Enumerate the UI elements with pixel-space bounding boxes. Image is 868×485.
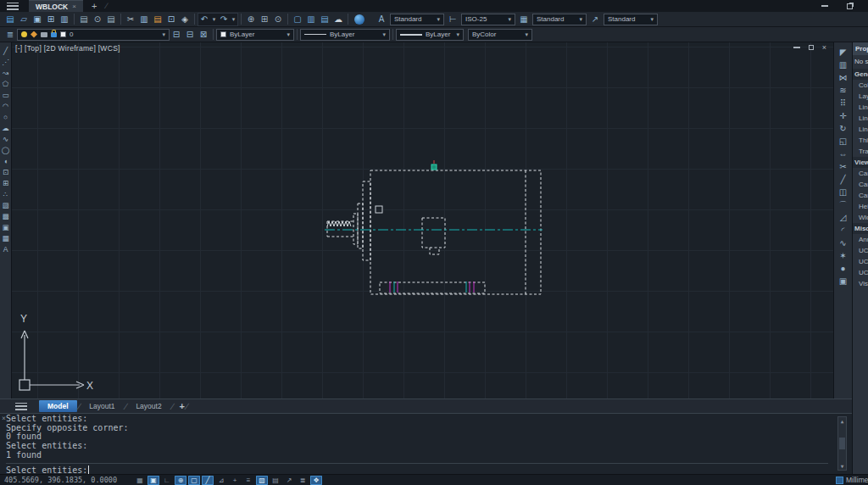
dynamic-ucs-toggle[interactable]: ⊿ <box>215 476 227 485</box>
text-style-select[interactable]: Standard▾ <box>390 14 444 25</box>
layer-on-bulb-icon[interactable] <box>21 31 27 37</box>
line-tool-icon[interactable]: ╱ <box>0 45 11 56</box>
ellipse-tool-icon[interactable]: ◯ <box>0 144 11 155</box>
app-menu-icon[interactable] <box>7 3 19 10</box>
property-row[interactable]: Visual style <box>853 278 868 289</box>
properties-section-view[interactable]: View <box>853 157 868 168</box>
hatch-edit-tool-icon[interactable]: ● <box>837 262 850 275</box>
lineweight-display-toggle[interactable]: ≡ <box>242 476 254 485</box>
paste-icon[interactable]: ▤ <box>151 13 164 26</box>
dim-style-select[interactable]: ISO-25▾ <box>461 14 515 25</box>
chevron-down-icon[interactable]: ▾ <box>508 16 511 23</box>
polar-tracking-toggle[interactable]: ⊕ <box>175 476 186 485</box>
offset-tool-icon[interactable]: ≋ <box>837 84 850 97</box>
property-row[interactable]: UCS icon On <box>853 245 868 256</box>
purge-icon[interactable]: ◈ <box>178 13 192 26</box>
transparency-toggle[interactable]: ▧ <box>256 476 268 485</box>
plot-style-control-select[interactable]: ByColor ▾ <box>468 29 532 41</box>
object-snap-toggle[interactable]: ▢ <box>188 476 200 485</box>
arc-tool-icon[interactable]: ◠ <box>0 100 11 111</box>
chevron-down-icon[interactable]: ▾ <box>287 31 290 38</box>
mleader-style-select[interactable]: Standard▾ <box>604 14 658 25</box>
switch-window-tool-icon[interactable]: ▣ <box>837 275 850 287</box>
make-block-tool-icon[interactable]: ⊞ <box>0 177 11 188</box>
command-prompt[interactable]: Select entities: <box>6 463 828 475</box>
table-tool-icon[interactable]: ▦ <box>0 232 11 243</box>
property-row[interactable]: Height <box>853 201 868 212</box>
zoom-window-icon[interactable]: ⊞ <box>258 13 271 26</box>
window-minimize-icon[interactable] <box>821 5 828 7</box>
layout-menu-icon[interactable] <box>15 403 27 410</box>
render-icon[interactable] <box>354 14 364 25</box>
chevron-down-icon[interactable]: ▾ <box>162 31 165 38</box>
object-snap-tracking-toggle[interactable]: ╱ <box>202 476 214 485</box>
multiline-text-tool-icon[interactable]: A <box>0 243 11 254</box>
publish-icon[interactable]: ▤ <box>104 13 118 26</box>
layer-select[interactable]: 0 ▾ <box>17 29 170 41</box>
new-tab-button[interactable]: + <box>92 2 97 10</box>
property-row[interactable]: Camera X <box>853 168 868 179</box>
chevron-down-icon[interactable]: ▾ <box>525 31 528 38</box>
move-tool-icon[interactable]: ✛ <box>837 109 850 122</box>
units-indicator[interactable]: Millimeter <box>836 476 868 484</box>
command-scrollbar[interactable]: ▲ ▼ <box>837 416 847 471</box>
scroll-down-icon[interactable]: ▼ <box>841 463 844 469</box>
grip-point[interactable] <box>431 164 437 170</box>
construction-line-tool-icon[interactable]: ⋰ <box>0 56 11 67</box>
mirror-tool-icon[interactable]: ⋈ <box>837 71 850 84</box>
viewport-single-icon[interactable]: ▢ <box>291 13 304 26</box>
property-row[interactable]: Annotation scale <box>853 234 868 245</box>
lineweight-control-select[interactable]: ByLayer ▾ <box>396 29 464 41</box>
annotation-scale-toggle[interactable]: ≣ <box>297 476 309 485</box>
zoom-previous-icon[interactable]: ⊙ <box>271 13 285 26</box>
gradient-tool-icon[interactable]: ▩ <box>0 210 11 221</box>
rectangle-tool-icon[interactable]: ▭ <box>0 89 11 100</box>
explode-tool-icon[interactable]: ✶ <box>837 249 850 262</box>
zoom-realtime-icon[interactable]: ⊕ <box>244 13 258 26</box>
properties-no-selection[interactable]: No selection <box>853 55 868 69</box>
stretch-tool-icon[interactable]: ⇔ <box>837 148 850 160</box>
clean-screen-icon[interactable]: ☁ <box>331 13 345 26</box>
fillet-tool-icon[interactable]: ◜ <box>837 224 850 237</box>
layer-properties-manager-icon[interactable]: ≣ <box>3 28 17 42</box>
blend-curves-tool-icon[interactable]: ∿ <box>837 237 850 249</box>
scrollbar-thumb[interactable] <box>839 438 845 449</box>
erase-tool-icon[interactable]: ◤ <box>837 46 850 59</box>
property-row[interactable]: Layer <box>853 91 868 102</box>
chevron-down-icon[interactable]: ▾ <box>437 16 440 23</box>
document-tab-wblock[interactable]: WBLOCK × <box>29 0 83 12</box>
copy-tool-icon[interactable]: ▥ <box>837 59 850 71</box>
polygon-tool-icon[interactable]: ⬠ <box>0 78 11 89</box>
property-row[interactable]: Color <box>853 80 868 91</box>
array-tool-icon[interactable]: ⠿ <box>837 97 850 109</box>
ellipse-arc-tool-icon[interactable]: ◖ <box>0 155 11 166</box>
layer-states-icon[interactable]: ⊟ <box>170 28 183 42</box>
chevron-down-icon[interactable]: ▾ <box>456 31 459 38</box>
polyline-tool-icon[interactable]: ↝ <box>0 67 11 78</box>
drawing-canvas[interactable]: [-] [Top] [2D Wireframe] [WCS] × <box>12 42 833 399</box>
property-row[interactable]: Camera Y <box>853 179 868 190</box>
insert-block-tool-icon[interactable]: ⊡ <box>0 166 11 177</box>
scale-tool-icon[interactable]: ◱ <box>837 135 850 148</box>
chevron-down-icon[interactable]: ▾ <box>382 31 386 38</box>
tab-layout1[interactable]: Layout1 <box>81 400 123 412</box>
ortho-mode-toggle[interactable]: ∟ <box>161 476 173 485</box>
break-tool-icon[interactable]: ◫ <box>837 186 850 198</box>
window-restore-icon[interactable] <box>847 3 853 9</box>
layer-isolate-icon[interactable]: ⊠ <box>197 28 210 42</box>
revision-cloud-tool-icon[interactable]: ☁ <box>0 122 11 133</box>
rotate-tool-icon[interactable]: ↻ <box>837 122 850 135</box>
color-control-select[interactable]: ByLayer ▾ <box>216 29 294 41</box>
property-row[interactable]: Width <box>853 212 868 223</box>
workspace-switching-toggle[interactable]: ❖ <box>310 476 322 485</box>
tab-close-icon[interactable]: × <box>72 3 76 10</box>
extend-tool-icon[interactable]: ╱ <box>837 173 850 186</box>
properties-section-general[interactable]: General <box>853 69 868 80</box>
table-style-select[interactable]: Standard▾ <box>532 14 587 25</box>
property-row[interactable]: Camera Z <box>853 190 868 201</box>
property-row[interactable]: Thickness <box>853 135 868 146</box>
redo-icon[interactable]: ↷ <box>218 13 230 26</box>
redo-list-icon[interactable]: ▾ <box>230 13 237 26</box>
chevron-down-icon[interactable]: ▾ <box>579 16 582 23</box>
layer-freeze-icon[interactable] <box>31 31 37 38</box>
